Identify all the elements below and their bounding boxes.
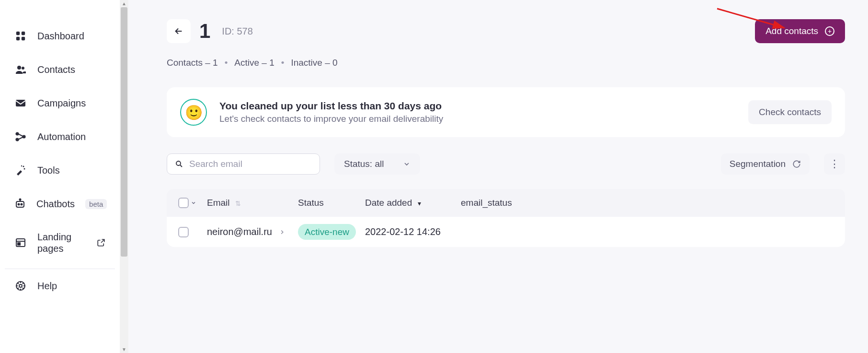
notice-subtitle: Let's check contacts to improve your ema… xyxy=(219,114,443,124)
separator-dot: • xyxy=(225,58,228,68)
status-filter[interactable]: Status: all xyxy=(334,153,420,175)
sidebar-item-campaigns[interactable]: Campaigns xyxy=(0,86,120,120)
select-all-checkbox[interactable] xyxy=(178,198,189,208)
svg-rect-2 xyxy=(16,37,20,40)
controls-row: Status: all Segmentation ⋮ xyxy=(167,153,845,175)
col-date-added[interactable]: Date added ▾ xyxy=(365,198,461,208)
chevron-right-icon[interactable] xyxy=(279,229,286,235)
notice-title: You cleaned up your list less than 30 da… xyxy=(219,100,443,112)
status-filter-label: Status: all xyxy=(344,159,384,169)
sidebar-item-label: Contacts xyxy=(37,64,75,75)
more-menu-button[interactable]: ⋮ xyxy=(824,153,845,175)
external-link-icon xyxy=(97,238,105,247)
campaigns-icon xyxy=(14,97,27,109)
search-icon xyxy=(175,160,183,168)
segmentation-button[interactable]: Segmentation xyxy=(721,153,810,175)
search-email-field[interactable] xyxy=(167,153,320,175)
stats-row: Contacts – 1 • Active – 1 • Inactive – 0 xyxy=(167,58,845,68)
add-contacts-button[interactable]: Add contacts + xyxy=(755,19,845,43)
cleanup-notice: 🙂 You cleaned up your list less than 30 … xyxy=(167,87,845,137)
add-contacts-label: Add contacts xyxy=(765,26,818,36)
svg-point-4 xyxy=(17,66,21,70)
refresh-icon xyxy=(792,160,801,168)
sort-desc-icon: ▾ xyxy=(418,200,421,207)
row-checkbox[interactable] xyxy=(178,227,189,237)
contacts-table: Email ⇅ Status Date added ▾ email_status… xyxy=(167,189,845,247)
scrollbar[interactable]: ▲ ▼ xyxy=(120,0,128,353)
table-row[interactable]: neiron@mail.ru Active-new 2022-02-12 14:… xyxy=(167,217,845,247)
tools-icon xyxy=(14,164,27,176)
dots-vertical-icon: ⋮ xyxy=(829,158,840,170)
svg-point-5 xyxy=(22,67,24,70)
sidebar-item-label: Landing pages xyxy=(37,231,80,254)
svg-point-21 xyxy=(176,161,181,165)
sidebar-item-landing-pages[interactable]: Landing pages xyxy=(0,221,120,265)
sidebar-item-label: Help xyxy=(37,281,57,292)
sidebar-item-chatbots[interactable]: Chatbots beta xyxy=(0,187,120,221)
plus-icon: + xyxy=(825,26,834,36)
help-icon xyxy=(14,280,27,292)
svg-rect-1 xyxy=(22,32,25,35)
svg-point-9 xyxy=(23,136,25,138)
row-email: neiron@mail.ru xyxy=(207,226,272,237)
table-header: Email ⇅ Status Date added ▾ email_status xyxy=(167,189,845,217)
sidebar-item-automation[interactable]: Automation xyxy=(0,120,120,153)
page-title: 1 xyxy=(199,20,210,43)
page-header: 1 ID: 578 Add contacts + xyxy=(167,19,845,43)
automation-icon xyxy=(14,130,27,143)
check-contacts-button[interactable]: Check contacts xyxy=(748,100,832,124)
sidebar: Dashboard Contacts Campaigns Automation … xyxy=(0,0,120,353)
svg-rect-18 xyxy=(18,243,20,245)
col-status[interactable]: Status xyxy=(298,198,365,208)
sidebar-item-help[interactable]: Help xyxy=(0,269,120,303)
row-date-added: 2022-02-12 14:26 xyxy=(365,226,461,237)
sidebar-item-label: Chatbots xyxy=(36,199,75,210)
sidebar-item-label: Dashboard xyxy=(37,31,84,42)
stat-inactive: Inactive – 0 xyxy=(291,58,337,68)
sidebar-item-label: Campaigns xyxy=(37,98,86,109)
back-button[interactable] xyxy=(167,19,191,43)
stat-contacts: Contacts – 1 xyxy=(167,58,218,68)
scroll-thumb[interactable] xyxy=(121,7,127,257)
sidebar-item-label: Tools xyxy=(37,165,60,176)
svg-rect-13 xyxy=(16,201,24,207)
landing-pages-icon xyxy=(14,236,27,249)
contacts-icon xyxy=(14,63,27,76)
svg-point-10 xyxy=(23,166,24,167)
sidebar-item-label: Automation xyxy=(37,131,86,142)
svg-rect-6 xyxy=(16,100,25,106)
sidebar-item-dashboard[interactable]: Dashboard xyxy=(0,19,120,53)
svg-point-12 xyxy=(21,165,22,166)
col-email-status[interactable]: email_status xyxy=(461,198,557,208)
chatbots-icon xyxy=(14,198,26,210)
beta-badge: beta xyxy=(85,199,107,209)
search-input[interactable] xyxy=(189,159,312,169)
sidebar-item-tools[interactable]: Tools xyxy=(0,153,120,187)
svg-point-8 xyxy=(16,139,19,141)
main-content: 1 ID: 578 Add contacts + Contacts – 1 • … xyxy=(128,0,868,353)
scroll-down-icon[interactable]: ▼ xyxy=(122,346,126,353)
chevron-down-icon[interactable] xyxy=(191,200,196,206)
smile-icon: 🙂 xyxy=(180,99,207,126)
dashboard-icon xyxy=(14,30,27,42)
chevron-down-icon xyxy=(403,160,411,168)
sort-icon: ⇅ xyxy=(235,200,241,207)
svg-point-20 xyxy=(19,284,22,287)
svg-rect-0 xyxy=(16,32,20,35)
segmentation-label: Segmentation xyxy=(730,159,786,169)
stat-active: Active – 1 xyxy=(234,58,274,68)
sidebar-item-contacts[interactable]: Contacts xyxy=(0,53,120,86)
svg-point-16 xyxy=(20,199,21,200)
svg-rect-3 xyxy=(22,37,25,40)
page-id: ID: 578 xyxy=(222,26,252,37)
svg-point-15 xyxy=(21,204,23,205)
status-pill: Active-new xyxy=(298,224,356,240)
separator-dot: • xyxy=(281,58,285,68)
col-email[interactable]: Email ⇅ xyxy=(207,198,298,208)
scroll-track[interactable] xyxy=(120,7,128,346)
arrow-left-icon xyxy=(173,26,184,36)
svg-point-11 xyxy=(24,168,25,170)
svg-point-7 xyxy=(16,133,19,135)
svg-point-14 xyxy=(18,204,20,205)
scroll-up-icon[interactable]: ▲ xyxy=(122,0,126,7)
